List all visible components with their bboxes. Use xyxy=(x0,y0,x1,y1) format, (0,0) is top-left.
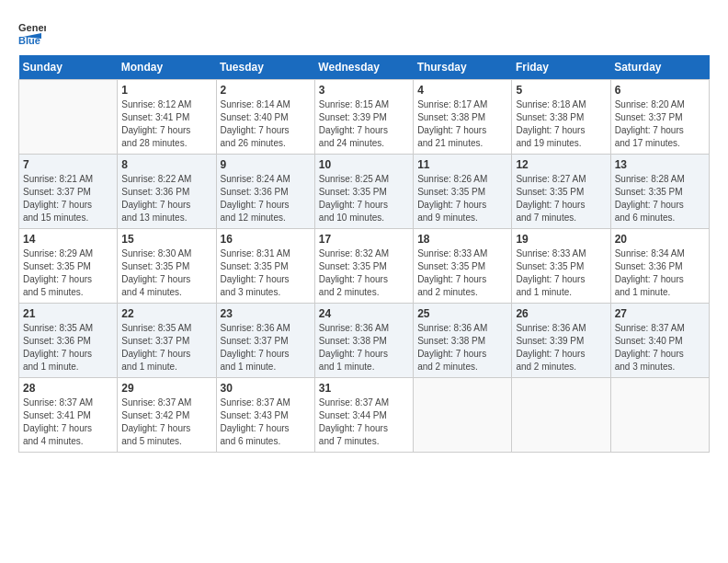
week-row-3: 14Sunrise: 8:29 AM Sunset: 3:35 PM Dayli… xyxy=(19,229,710,304)
calendar-cell: 14Sunrise: 8:29 AM Sunset: 3:35 PM Dayli… xyxy=(19,229,118,304)
day-number: 16 xyxy=(221,233,311,246)
day-number: 17 xyxy=(319,233,409,246)
day-content: Sunrise: 8:31 AM Sunset: 3:35 PM Dayligh… xyxy=(221,247,311,299)
day-number: 25 xyxy=(417,307,507,320)
day-number: 18 xyxy=(417,233,507,246)
calendar-cell: 15Sunrise: 8:30 AM Sunset: 3:35 PM Dayli… xyxy=(118,229,216,304)
day-number: 30 xyxy=(221,382,311,395)
day-number: 4 xyxy=(417,84,507,97)
calendar-cell: 4Sunrise: 8:17 AM Sunset: 3:38 PM Daylig… xyxy=(414,80,512,155)
calendar-cell: 5Sunrise: 8:18 AM Sunset: 3:38 PM Daylig… xyxy=(512,80,610,155)
day-content: Sunrise: 8:33 AM Sunset: 3:35 PM Dayligh… xyxy=(417,247,507,299)
calendar-cell xyxy=(19,80,118,155)
header-day-monday: Monday xyxy=(118,55,216,80)
day-content: Sunrise: 8:32 AM Sunset: 3:35 PM Dayligh… xyxy=(319,247,409,299)
calendar-cell: 11Sunrise: 8:26 AM Sunset: 3:35 PM Dayli… xyxy=(414,155,512,229)
calendar-cell: 24Sunrise: 8:36 AM Sunset: 3:38 PM Dayli… xyxy=(314,304,413,378)
day-number: 13 xyxy=(615,158,705,171)
header-day-wednesday: Wednesday xyxy=(314,55,413,80)
week-row-2: 7Sunrise: 8:21 AM Sunset: 3:37 PM Daylig… xyxy=(19,155,710,229)
day-content: Sunrise: 8:36 AM Sunset: 3:38 PM Dayligh… xyxy=(417,322,507,373)
calendar-cell: 25Sunrise: 8:36 AM Sunset: 3:38 PM Dayli… xyxy=(414,304,512,378)
day-content: Sunrise: 8:36 AM Sunset: 3:37 PM Dayligh… xyxy=(221,322,311,373)
day-number: 23 xyxy=(221,307,311,320)
day-number: 14 xyxy=(23,233,113,246)
calendar-cell: 29Sunrise: 8:37 AM Sunset: 3:42 PM Dayli… xyxy=(118,378,216,453)
day-number: 21 xyxy=(23,307,113,320)
day-content: Sunrise: 8:26 AM Sunset: 3:35 PM Dayligh… xyxy=(417,173,507,224)
calendar-cell xyxy=(610,378,709,453)
header-day-saturday: Saturday xyxy=(610,55,709,80)
day-content: Sunrise: 8:21 AM Sunset: 3:37 PM Dayligh… xyxy=(23,173,113,224)
calendar-cell: 30Sunrise: 8:37 AM Sunset: 3:43 PM Dayli… xyxy=(216,378,314,453)
calendar-cell: 16Sunrise: 8:31 AM Sunset: 3:35 PM Dayli… xyxy=(216,229,314,304)
svg-text:Blue: Blue xyxy=(18,35,40,46)
calendar-cell: 9Sunrise: 8:24 AM Sunset: 3:36 PM Daylig… xyxy=(216,155,314,229)
calendar-cell: 27Sunrise: 8:37 AM Sunset: 3:40 PM Dayli… xyxy=(610,304,709,378)
week-row-4: 21Sunrise: 8:35 AM Sunset: 3:36 PM Dayli… xyxy=(19,304,710,378)
day-content: Sunrise: 8:35 AM Sunset: 3:36 PM Dayligh… xyxy=(23,322,113,373)
day-number: 1 xyxy=(121,84,211,97)
day-number: 31 xyxy=(319,382,409,395)
header-day-sunday: Sunday xyxy=(19,55,118,80)
calendar-cell: 17Sunrise: 8:32 AM Sunset: 3:35 PM Dayli… xyxy=(314,229,413,304)
day-content: Sunrise: 8:20 AM Sunset: 3:37 PM Dayligh… xyxy=(615,98,705,150)
calendar-cell: 13Sunrise: 8:28 AM Sunset: 3:35 PM Dayli… xyxy=(610,155,709,229)
day-content: Sunrise: 8:27 AM Sunset: 3:35 PM Dayligh… xyxy=(516,173,606,224)
calendar-cell: 18Sunrise: 8:33 AM Sunset: 3:35 PM Dayli… xyxy=(414,229,512,304)
calendar-cell: 19Sunrise: 8:33 AM Sunset: 3:35 PM Dayli… xyxy=(512,229,610,304)
calendar-cell: 10Sunrise: 8:25 AM Sunset: 3:35 PM Dayli… xyxy=(314,155,413,229)
calendar-cell: 12Sunrise: 8:27 AM Sunset: 3:35 PM Dayli… xyxy=(512,155,610,229)
day-content: Sunrise: 8:15 AM Sunset: 3:39 PM Dayligh… xyxy=(319,98,409,150)
day-number: 20 xyxy=(615,233,705,246)
calendar-cell: 7Sunrise: 8:21 AM Sunset: 3:37 PM Daylig… xyxy=(19,155,118,229)
header-row: SundayMondayTuesdayWednesdayThursdayFrid… xyxy=(19,55,710,80)
calendar-cell xyxy=(512,378,610,453)
calendar-cell: 21Sunrise: 8:35 AM Sunset: 3:36 PM Dayli… xyxy=(19,304,118,378)
day-number: 15 xyxy=(121,233,211,246)
calendar-cell: 26Sunrise: 8:36 AM Sunset: 3:39 PM Dayli… xyxy=(512,304,610,378)
day-number: 5 xyxy=(516,84,606,97)
day-content: Sunrise: 8:33 AM Sunset: 3:35 PM Dayligh… xyxy=(516,247,606,299)
day-content: Sunrise: 8:25 AM Sunset: 3:35 PM Dayligh… xyxy=(319,173,409,224)
day-number: 22 xyxy=(121,307,211,320)
week-row-5: 28Sunrise: 8:37 AM Sunset: 3:41 PM Dayli… xyxy=(19,378,710,453)
calendar-cell: 31Sunrise: 8:37 AM Sunset: 3:44 PM Dayli… xyxy=(314,378,413,453)
day-number: 11 xyxy=(417,158,507,171)
day-number: 12 xyxy=(516,158,606,171)
day-content: Sunrise: 8:37 AM Sunset: 3:40 PM Dayligh… xyxy=(615,322,705,373)
day-content: Sunrise: 8:22 AM Sunset: 3:36 PM Dayligh… xyxy=(121,173,211,224)
day-content: Sunrise: 8:28 AM Sunset: 3:35 PM Dayligh… xyxy=(615,173,705,224)
svg-text:General: General xyxy=(18,22,46,33)
day-number: 3 xyxy=(319,84,409,97)
calendar-cell: 3Sunrise: 8:15 AM Sunset: 3:39 PM Daylig… xyxy=(314,80,413,155)
day-content: Sunrise: 8:29 AM Sunset: 3:35 PM Dayligh… xyxy=(23,247,113,299)
day-content: Sunrise: 8:12 AM Sunset: 3:41 PM Dayligh… xyxy=(121,98,211,150)
day-content: Sunrise: 8:35 AM Sunset: 3:37 PM Dayligh… xyxy=(121,322,211,373)
calendar-cell: 23Sunrise: 8:36 AM Sunset: 3:37 PM Dayli… xyxy=(216,304,314,378)
day-number: 10 xyxy=(319,158,409,171)
day-number: 19 xyxy=(516,233,606,246)
calendar-body: 1Sunrise: 8:12 AM Sunset: 3:41 PM Daylig… xyxy=(19,80,710,453)
day-number: 26 xyxy=(516,307,606,320)
day-number: 27 xyxy=(615,307,705,320)
day-number: 7 xyxy=(23,158,113,171)
calendar-cell: 22Sunrise: 8:35 AM Sunset: 3:37 PM Dayli… xyxy=(118,304,216,378)
header-day-thursday: Thursday xyxy=(414,55,512,80)
day-number: 8 xyxy=(121,158,211,171)
calendar-cell: 20Sunrise: 8:34 AM Sunset: 3:36 PM Dayli… xyxy=(610,229,709,304)
day-content: Sunrise: 8:14 AM Sunset: 3:40 PM Dayligh… xyxy=(221,98,311,150)
week-row-1: 1Sunrise: 8:12 AM Sunset: 3:41 PM Daylig… xyxy=(19,80,710,155)
day-number: 29 xyxy=(121,382,211,395)
logo: General Blue xyxy=(18,18,50,46)
day-content: Sunrise: 8:37 AM Sunset: 3:42 PM Dayligh… xyxy=(121,396,211,448)
day-content: Sunrise: 8:37 AM Sunset: 3:43 PM Dayligh… xyxy=(221,396,311,448)
day-number: 28 xyxy=(23,382,113,395)
day-content: Sunrise: 8:37 AM Sunset: 3:44 PM Dayligh… xyxy=(319,396,409,448)
day-content: Sunrise: 8:34 AM Sunset: 3:36 PM Dayligh… xyxy=(615,247,705,299)
day-content: Sunrise: 8:30 AM Sunset: 3:35 PM Dayligh… xyxy=(121,247,211,299)
header-day-friday: Friday xyxy=(512,55,610,80)
day-content: Sunrise: 8:24 AM Sunset: 3:36 PM Dayligh… xyxy=(221,173,311,224)
calendar-cell xyxy=(414,378,512,453)
calendar-table: SundayMondayTuesdayWednesdayThursdayFrid… xyxy=(18,55,710,453)
